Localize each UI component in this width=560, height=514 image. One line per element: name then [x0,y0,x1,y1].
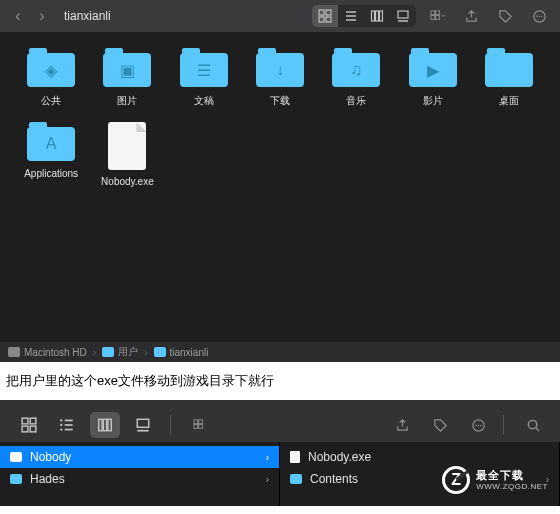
folder-label: 图片 [117,94,137,108]
actions-button[interactable] [465,414,491,436]
folder-label: Applications [24,168,78,179]
tags-button[interactable] [427,414,453,436]
folder-icon [102,347,114,357]
path-segment[interactable]: Macintosh HD [8,347,87,358]
search-button[interactable] [520,414,546,436]
folder-label: 公共 [41,94,61,108]
chevron-right-icon: › [266,452,269,463]
folder-item[interactable]: ◈ 公共 [18,48,84,108]
group-by-button[interactable] [424,5,450,27]
svg-point-19 [541,15,543,17]
view-mode-group [312,5,416,27]
gallery-view-button[interactable] [390,5,416,27]
folder-icon: ☰ [180,48,228,88]
list-view-button[interactable] [52,412,82,438]
folder-item[interactable]: ♫ 音乐 [323,48,389,108]
folder-icon [10,474,22,484]
folder-icon: ▶ [409,48,457,88]
actions-button[interactable] [526,5,552,27]
folder-icon: ♫ [332,48,380,88]
svg-rect-32 [108,419,111,430]
folder-label: 影片 [423,94,443,108]
svg-rect-22 [22,426,28,432]
folder-item[interactable]: A Applications [18,122,84,187]
folder-icon [10,452,22,462]
folder-icon [154,347,166,357]
svg-rect-0 [319,10,324,15]
svg-point-40 [475,424,477,426]
folder-item[interactable]: ↓ 下载 [247,48,313,108]
nav-forward-button[interactable]: › [32,6,52,26]
folder-item[interactable]: 桌面 [476,48,542,108]
path-segment[interactable]: tianxianli [154,347,209,358]
watermark-logo-icon: Z [442,466,470,494]
svg-rect-15 [435,15,439,19]
finder-window-1: ‹ › tianxianli ◈ 公共 ▣ 图片 ☰ 文稿 [0,0,560,362]
gallery-view-button[interactable] [128,412,158,438]
file-label: Nobody.exe [101,176,154,187]
svg-rect-33 [137,419,148,427]
column-1: Nobody › Hades › [0,442,280,506]
folder-item[interactable]: ▣ 图片 [94,48,160,108]
tags-button[interactable] [492,5,518,27]
svg-point-42 [480,424,482,426]
toolbar [0,408,560,442]
folder-icon: ◈ [27,48,75,88]
svg-rect-35 [193,419,197,423]
column-item[interactable]: Nobody.exe [280,446,559,468]
path-separator: › [93,347,96,358]
svg-rect-12 [430,10,434,14]
folder-label: 文稿 [194,94,214,108]
svg-rect-8 [376,11,379,21]
share-button[interactable] [458,5,484,27]
file-item[interactable]: Nobody.exe [94,122,160,187]
path-label: tianxianli [170,347,209,358]
svg-rect-20 [22,418,28,424]
nav-back-button[interactable]: ‹ [8,6,28,26]
watermark-line2: WWW.ZQGD.NET [476,482,548,492]
watermark: Z 最全下载 WWW.ZQGD.NET [442,466,548,494]
svg-rect-23 [30,426,36,432]
svg-point-26 [60,424,62,426]
item-label: Contents [310,472,358,486]
svg-rect-38 [198,424,202,428]
folder-icon: A [27,122,75,162]
column-view-button[interactable] [90,412,120,438]
icon-view-button[interactable] [312,5,338,27]
svg-rect-21 [30,418,36,424]
folder-label: 下载 [270,94,290,108]
file-icon [290,451,300,463]
svg-point-43 [528,420,536,428]
folder-label: 音乐 [346,94,366,108]
folder-item[interactable]: ☰ 文稿 [171,48,237,108]
titlebar: ‹ › tianxianli [0,0,560,32]
column-item[interactable]: Hades › [0,468,279,490]
column-view-button[interactable] [364,5,390,27]
share-button[interactable] [389,414,415,436]
path-bar: Macintosh HD›用户›tianxianli [0,342,560,362]
svg-point-41 [477,424,479,426]
chevron-right-icon: › [266,474,269,485]
svg-point-18 [538,15,540,17]
watermark-line1: 最全下载 [476,469,548,482]
group-by-button[interactable] [187,414,213,436]
path-label: 用户 [118,345,138,359]
path-segment[interactable]: 用户 [102,345,138,359]
folder-icon: ▣ [103,48,151,88]
path-separator: › [144,347,147,358]
folder-label: 桌面 [499,94,519,108]
svg-rect-31 [103,419,106,430]
svg-rect-1 [326,10,331,15]
list-view-button[interactable] [338,5,364,27]
svg-rect-37 [193,424,197,428]
folder-icon [485,48,533,88]
column-item[interactable]: Nobody › [0,446,279,468]
instruction-text: 把用户里的这个exe文件移动到游戏目录下就行 [0,362,560,400]
window-title: tianxianli [64,9,111,23]
svg-point-28 [60,428,62,430]
svg-point-24 [60,419,62,421]
folder-item[interactable]: ▶ 影片 [399,48,465,108]
svg-rect-30 [99,419,102,430]
icon-view-button[interactable] [14,412,44,438]
hd-icon [8,347,20,357]
